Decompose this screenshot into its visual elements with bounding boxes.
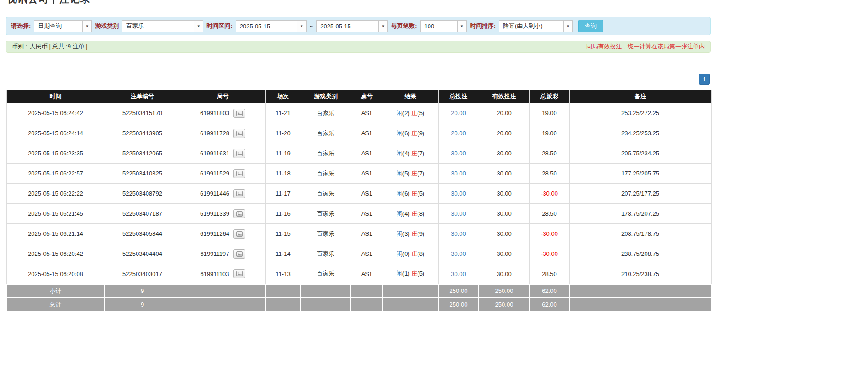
date-range-separator: ~ <box>310 23 313 30</box>
result-banker: 庄 <box>411 170 417 177</box>
cell-round: 619911631 <box>180 143 265 164</box>
select-mode-label: 请选择: <box>11 22 31 30</box>
chevron-down-icon[interactable]: ▾ <box>82 21 91 32</box>
currency-summary-text: 币别：人民币 | 总共 :9 注单 | <box>12 42 88 51</box>
chevron-down-icon[interactable]: ▾ <box>297 21 306 32</box>
cell-result: 闲(4) 庄(7) <box>383 143 438 164</box>
cell-game-type: 百家乐 <box>301 143 351 164</box>
time-sort-value: 降幂(由大到小) <box>499 22 563 30</box>
cell-game-type: 百家乐 <box>301 224 351 244</box>
cell-payout: 19.00 <box>529 103 569 123</box>
round-preview-button[interactable] <box>233 189 245 198</box>
round-preview-button[interactable] <box>233 109 245 118</box>
cell-total-bet: 30.00 <box>438 164 479 184</box>
cell-valid-bet: 20.00 <box>479 123 529 143</box>
round-preview-button[interactable] <box>233 169 245 178</box>
cell-bet-id: 522503410325 <box>105 164 180 184</box>
total-bet-link[interactable]: 20.00 <box>451 110 466 117</box>
cell-table: AS1 <box>351 204 383 224</box>
summary-label: 小计 <box>6 284 105 298</box>
cell-session: 11-16 <box>265 204 301 224</box>
summary-label: 总计 <box>6 298 105 312</box>
chevron-down-icon[interactable]: ▾ <box>194 21 203 32</box>
round-preview-button[interactable] <box>233 129 245 138</box>
date-to-dropdown[interactable]: 2025-05-15 ▾ <box>316 20 388 32</box>
search-button[interactable]: 查询 <box>578 20 603 32</box>
cell-result: 闲(1) 庄(5) <box>383 264 438 284</box>
col-header-result: 结果 <box>383 90 438 103</box>
cell-time: 2025-05-15 06:20:42 <box>6 244 105 264</box>
cell-game-type: 百家乐 <box>301 244 351 264</box>
date-to-value: 2025-05-15 <box>317 23 378 30</box>
cell-round: 619911446 <box>180 184 265 204</box>
page-size-dropdown[interactable]: 100 ▾ <box>420 20 467 32</box>
cell-time: 2025-05-15 06:24:42 <box>6 103 105 123</box>
cell-payout: 28.50 <box>529 204 569 224</box>
chevron-down-icon[interactable]: ▾ <box>563 21 572 32</box>
summary-payout: 62.00 <box>529 298 569 312</box>
cell-session: 11-14 <box>265 244 301 264</box>
cell-table: AS1 <box>351 123 383 143</box>
select-mode-dropdown[interactable]: 日期查询 ▾ <box>34 20 92 32</box>
col-header-round: 局号 <box>180 90 265 103</box>
round-preview-button[interactable] <box>233 229 245 239</box>
total-bet-link[interactable]: 30.00 <box>451 190 466 197</box>
cell-session: 11-15 <box>265 224 301 244</box>
cell-session: 11-13 <box>265 264 301 284</box>
cell-payout: 19.00 <box>529 123 569 143</box>
result-banker: 庄 <box>411 110 417 117</box>
cell-remark: 238.75/208.75 <box>569 244 711 264</box>
cell-remark: 253.25/272.25 <box>569 103 711 123</box>
cell-valid-bet: 30.00 <box>479 264 529 284</box>
round-preview-button[interactable] <box>233 149 245 158</box>
game-type-dropdown[interactable]: 百家乐 ▾ <box>122 20 203 32</box>
round-number: 619911631 <box>200 150 229 157</box>
total-bet-link[interactable]: 20.00 <box>451 130 466 137</box>
total-bet-link[interactable]: 30.00 <box>451 150 466 157</box>
cell-time: 2025-05-15 06:24:14 <box>6 123 105 143</box>
round-preview-button[interactable] <box>233 209 245 218</box>
cell-valid-bet: 30.00 <box>479 143 529 164</box>
table-row: 2025-05-15 06:20:08522503403017619911103… <box>6 264 711 284</box>
round-number: 619911264 <box>200 230 229 237</box>
table-header-row: 时间 注单编号 局号 场次 游戏类别 桌号 结果 总投注 有效投注 总派彩 备注 <box>6 90 711 103</box>
cell-table: AS1 <box>351 103 383 123</box>
time-sort-dropdown[interactable]: 降幂(由大到小) ▾ <box>499 20 573 32</box>
cell-result: 闲(6) 庄(9) <box>383 123 438 143</box>
cell-time: 2025-05-15 06:23:35 <box>6 143 105 164</box>
result-player: 闲 <box>397 190 402 197</box>
cell-table: AS1 <box>351 224 383 244</box>
summary-count: 9 <box>105 298 180 312</box>
round-number: 619911103 <box>200 270 229 277</box>
page-size-value: 100 <box>421 23 457 30</box>
result-banker: 庄 <box>411 250 417 257</box>
round-number: 619911446 <box>200 190 229 197</box>
total-bet-link[interactable]: 30.00 <box>451 210 466 217</box>
date-from-dropdown[interactable]: 2025-05-15 ▾ <box>236 20 307 32</box>
date-from-value: 2025-05-15 <box>236 23 297 30</box>
result-player: 闲 <box>397 130 402 137</box>
total-bet-link[interactable]: 30.00 <box>451 270 466 277</box>
cell-valid-bet: 30.00 <box>479 184 529 204</box>
game-type-value: 百家乐 <box>122 22 194 30</box>
cell-round: 619911728 <box>180 123 265 143</box>
table-footer: 小计9250.00250.0062.00总计9250.00250.0062.00 <box>6 284 711 312</box>
pagination-page-1-button[interactable]: 1 <box>699 74 710 85</box>
round-preview-button[interactable] <box>233 269 245 278</box>
summary-valid-bet: 250.00 <box>479 298 529 312</box>
page: 视讯公司下注记录 请选择: 日期查询 ▾ 游戏类别 百家乐 ▾ 时间区间: 20… <box>6 0 711 312</box>
result-banker: 庄 <box>411 210 417 217</box>
cell-result: 闲(6) 庄(5) <box>383 184 438 204</box>
result-player: 闲 <box>397 110 402 117</box>
cell-session: 11-21 <box>265 103 301 123</box>
chevron-down-icon[interactable]: ▾ <box>457 21 466 32</box>
chevron-down-icon[interactable]: ▾ <box>378 21 387 32</box>
total-bet-link[interactable]: 30.00 <box>451 250 466 257</box>
total-bet-link[interactable]: 30.00 <box>451 230 466 237</box>
total-bet-link[interactable]: 30.00 <box>451 170 466 177</box>
cell-time: 2025-05-15 06:22:57 <box>6 164 105 184</box>
cell-total-bet: 30.00 <box>438 184 479 204</box>
round-preview-button[interactable] <box>233 249 245 259</box>
cell-bet-id: 522503407187 <box>105 204 180 224</box>
cell-round: 619911529 <box>180 164 265 184</box>
